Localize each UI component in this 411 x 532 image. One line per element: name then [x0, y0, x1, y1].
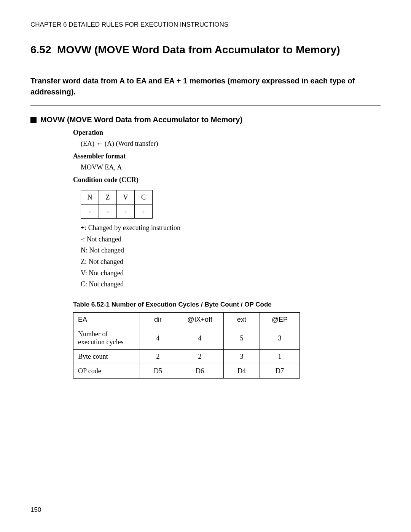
subhead: MOVW (MOVE Word Data from Accumulator to… [30, 115, 381, 124]
ccr-h-z: Z [99, 190, 117, 204]
exec-row-bytecount: Byte count 2 2 3 1 [73, 350, 300, 364]
ccr-v-z: - [99, 204, 117, 219]
exec-cell: 4 [176, 327, 224, 350]
legend-line: V: Not changed [81, 268, 381, 279]
ccr-legend: +: Changed by executing instruction -: N… [81, 222, 381, 290]
content-block: Operation (EA) ← (A) (Word transfer) Ass… [73, 129, 381, 379]
bullet-square-icon [30, 117, 37, 123]
subhead-text: MOVW (MOVE Word Data from Accumulator to… [40, 115, 242, 124]
exec-cell: D7 [260, 364, 300, 379]
ccr-h-v: V [117, 190, 135, 204]
exec-row-label: Byte count [73, 350, 140, 364]
ccr-v-v: - [117, 204, 135, 219]
exec-col-dir: dir [140, 313, 176, 327]
exec-row-label: OP code [73, 364, 140, 379]
exec-cell: 5 [224, 327, 260, 350]
label-condition-code: Condition code (CCR) [73, 176, 381, 184]
legend-line: +: Changed by executing instruction [81, 222, 381, 234]
page: CHAPTER 6 DETAILED RULES FOR EXECUTION I… [0, 0, 411, 532]
exec-cell: D4 [224, 364, 260, 379]
exec-cell: 2 [140, 350, 176, 364]
ccr-table: N Z V C - - - - [81, 190, 153, 219]
ccr-v-c: - [135, 204, 153, 219]
exec-header-row: EA dir @IX+off ext @EP [73, 313, 300, 327]
table-caption: Table 6.52-1 Number of Execution Cycles … [73, 301, 381, 308]
exec-cell: 3 [260, 327, 300, 350]
exec-cell: 1 [260, 350, 300, 364]
ccr-value-row: - - - - [81, 204, 153, 219]
exec-col-ext: ext [224, 313, 260, 327]
exec-row-label: Number of execution cycles [73, 327, 140, 350]
legend-line: Z: Not changed [81, 256, 381, 268]
legend-line: N: Not changed [81, 245, 381, 256]
exec-row-opcode: OP code D5 D6 D4 D7 [73, 364, 300, 379]
running-header: CHAPTER 6 DETAILED RULES FOR EXECUTION I… [30, 21, 381, 29]
section-title: MOVW (MOVE Word Data from Accumulator to… [57, 44, 340, 56]
page-number: 150 [30, 506, 41, 514]
exec-col-ixoff: @IX+off [176, 313, 224, 327]
exec-cell: 2 [176, 350, 224, 364]
ccr-header-row: N Z V C [81, 190, 153, 204]
exec-table: EA dir @IX+off ext @EP Number of executi… [73, 312, 300, 379]
ccr-h-n: N [81, 190, 99, 204]
rule-top [30, 66, 381, 66]
exec-col-ep: @EP [260, 313, 300, 327]
exec-row-cycles: Number of execution cycles 4 4 5 3 [73, 327, 300, 350]
exec-col-ea: EA [73, 313, 140, 327]
exec-cell: D5 [140, 364, 176, 379]
summary-text: Transfer word data from A to EA and EA +… [30, 75, 381, 97]
assembler-text: MOVW EA, A [81, 163, 381, 171]
label-assembler-format: Assembler format [73, 152, 381, 160]
ccr-v-n: - [81, 204, 99, 219]
exec-cell: 4 [140, 327, 176, 350]
operation-text: (EA) ← (A) (Word transfer) [81, 140, 381, 148]
legend-line: -: Not changed [81, 234, 381, 245]
exec-cell: D6 [176, 364, 224, 379]
section-heading: 6.52 MOVW (MOVE Word Data from Accumulat… [30, 44, 381, 56]
exec-cell: 3 [224, 350, 260, 364]
rule-bottom [30, 105, 381, 105]
legend-line: C: Not changed [81, 279, 381, 290]
section-number: 6.52 [30, 44, 51, 56]
label-operation: Operation [73, 129, 381, 137]
ccr-h-c: C [135, 190, 153, 204]
